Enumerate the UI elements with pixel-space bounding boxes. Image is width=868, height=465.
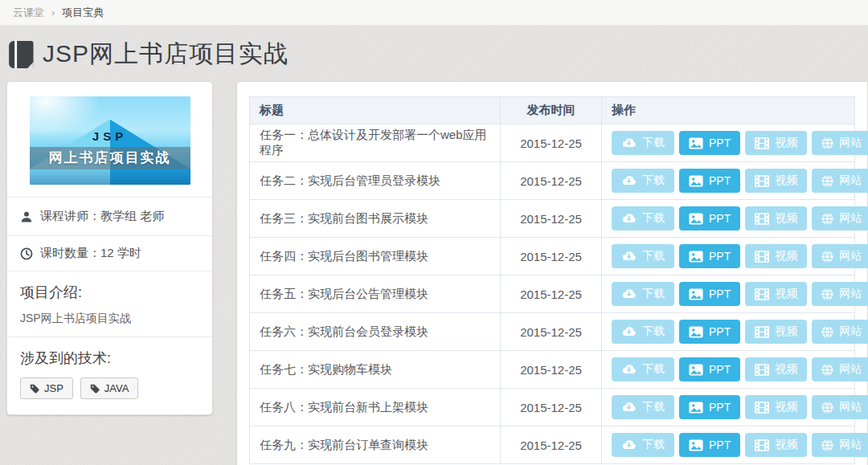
task-table: 标题 发布时间 操作 任务一：总体设计及开发部署一个web应用程序 2015-1… (249, 96, 855, 464)
ppt-button[interactable]: PPT (679, 206, 740, 230)
tag-label: JSP (44, 382, 63, 394)
intro-section: 项目介绍: JSP网上书店项目实战 (7, 271, 212, 337)
cover-badge-text: JSP (30, 129, 190, 143)
course-sidebar: 网上书店项目实战 JSP 课程讲师：教学组 老师 课时数量：12 学时 项目介绍… (6, 81, 213, 415)
table-row: 任务五：实现后台公告管理模块 2015-12-25 下载 (250, 275, 855, 313)
website-button[interactable]: 网站 (812, 169, 868, 193)
button-label: 视频 (775, 287, 797, 301)
task-title: 任务四：实现后台图书管理模块 (260, 249, 428, 263)
task-title: 任务七：实现购物车模块 (260, 362, 392, 376)
user-icon (20, 210, 33, 223)
video-button[interactable]: 视频 (745, 395, 807, 419)
website-button[interactable]: 网站 (812, 131, 868, 155)
button-label: 视频 (775, 324, 797, 339)
download-button[interactable]: 下载 (612, 169, 674, 193)
website-button[interactable]: 网站 (812, 282, 868, 306)
button-label: 网站 (839, 211, 862, 226)
cloud-download-icon (621, 288, 637, 300)
website-button[interactable]: 网站 (812, 320, 868, 344)
video-button[interactable]: 视频 (745, 320, 807, 344)
film-icon (755, 137, 769, 149)
cloud-download-icon (621, 364, 637, 375)
download-button[interactable]: 下载 (612, 131, 674, 155)
image-icon (689, 288, 703, 300)
globe-icon (821, 213, 833, 225)
button-label: 网站 (839, 362, 862, 377)
download-button[interactable]: 下载 (612, 433, 674, 457)
button-label: 网站 (839, 173, 862, 188)
ppt-button[interactable]: PPT (679, 320, 740, 344)
cloud-download-icon (621, 402, 637, 413)
intro-text: JSP网上书店项目实战 (20, 312, 199, 326)
publish-date: 2015-12-25 (520, 363, 582, 377)
video-button[interactable]: 视频 (745, 433, 807, 457)
table-row: 任务四：实现后台图书管理模块 2015-12-25 下载 (250, 238, 855, 275)
website-button[interactable]: 网站 (812, 357, 868, 381)
book-icon (8, 41, 34, 68)
video-button[interactable]: 视频 (745, 169, 807, 193)
button-label: 视频 (775, 211, 797, 226)
download-button[interactable]: 下载 (612, 206, 674, 230)
button-label: PPT (709, 401, 731, 414)
task-title: 任务九：实现前台订单查询模块 (260, 438, 428, 451)
ppt-button[interactable]: PPT (679, 244, 740, 268)
image-icon (689, 402, 703, 414)
ppt-button[interactable]: PPT (679, 357, 740, 381)
film-icon (755, 402, 769, 414)
download-button[interactable]: 下载 (612, 320, 674, 344)
task-title: 任务二：实现后台管理员登录模块 (260, 173, 440, 187)
ppt-button[interactable]: PPT (679, 169, 740, 193)
video-button[interactable]: 视频 (745, 357, 807, 381)
website-button[interactable]: 网站 (812, 206, 868, 230)
task-title: 任务一：总体设计及开发部署一个web应用程序 (260, 128, 487, 157)
table-row: 任务三：实现前台图书展示模块 2015-12-25 下载 (250, 200, 855, 238)
video-button[interactable]: 视频 (745, 131, 807, 155)
table-row: 任务九：实现前台订单查询模块 2015-12-25 下载 (250, 426, 855, 464)
table-row: 任务六：实现前台会员登录模块 2015-12-25 下载 (250, 313, 855, 351)
breadcrumb-home-link[interactable]: 云课堂 (13, 6, 44, 20)
video-button[interactable]: 视频 (745, 282, 807, 306)
download-button[interactable]: 下载 (612, 282, 674, 306)
publish-date: 2015-12-25 (520, 401, 582, 414)
button-label: PPT (709, 363, 731, 376)
video-button[interactable]: 视频 (745, 244, 807, 268)
ppt-button[interactable]: PPT (679, 131, 740, 155)
button-label: PPT (709, 288, 731, 300)
film-icon (755, 175, 769, 187)
cover-banner-text: 网上书店项目实战 (30, 147, 190, 170)
task-title: 任务六：实现前台会员登录模块 (260, 324, 428, 338)
image-icon (689, 326, 703, 338)
film-icon (755, 439, 769, 451)
download-button[interactable]: 下载 (612, 357, 674, 381)
page-title-bar: JSP网上书店项目实战 (0, 26, 868, 81)
tag-icon (90, 384, 100, 394)
course-cover-image: 网上书店项目实战 JSP (30, 96, 190, 185)
button-label: 网站 (839, 249, 862, 263)
button-label: 网站 (839, 438, 862, 452)
instructor-row: 课程讲师：教学组 老师 (7, 197, 212, 235)
website-button[interactable]: 网站 (812, 244, 868, 268)
video-button[interactable]: 视频 (745, 206, 807, 230)
ppt-button[interactable]: PPT (679, 282, 740, 306)
tech-tag-jsp[interactable]: JSP (20, 377, 73, 399)
ppt-button[interactable]: PPT (679, 433, 740, 457)
globe-icon (821, 175, 833, 187)
button-label: 下载 (642, 438, 665, 452)
cloud-download-icon (621, 213, 637, 224)
ppt-button[interactable]: PPT (679, 395, 740, 419)
website-button[interactable]: 网站 (812, 395, 868, 419)
button-label: PPT (709, 174, 731, 187)
cloud-download-icon (621, 175, 637, 186)
tech-section: 涉及到的技术: JSP JAVA (7, 337, 212, 414)
globe-icon (821, 364, 833, 376)
button-label: 网站 (839, 400, 862, 414)
website-button[interactable]: 网站 (812, 433, 868, 457)
download-button[interactable]: 下载 (612, 395, 674, 419)
button-label: 视频 (775, 249, 797, 263)
download-button[interactable]: 下载 (612, 244, 674, 268)
tech-tag-java[interactable]: JAVA (80, 377, 139, 399)
film-icon (755, 326, 769, 338)
button-label: 下载 (642, 400, 665, 414)
globe-icon (821, 439, 833, 451)
button-label: 下载 (642, 136, 665, 150)
